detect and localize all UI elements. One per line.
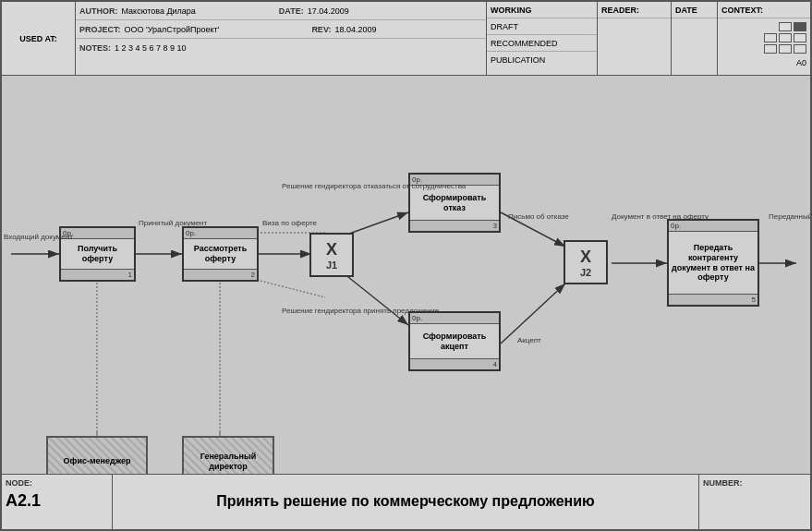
status-publication: PUBLICATION	[487, 52, 597, 68]
box-5: 0р. Передать контрагенту документ в отве…	[667, 219, 759, 307]
project-value: ООО 'УралСтройПроект'	[125, 25, 220, 34]
role-box-2: Генеральный директор	[182, 436, 274, 474]
number-label: NUMBER:	[703, 478, 806, 488]
box2-content: Рассмотреть оферту	[184, 239, 257, 269]
context-box-3	[764, 33, 777, 42]
j1-label: J1	[326, 259, 337, 271]
role-box-1: Офис-менеджер	[46, 436, 148, 474]
status-recommended: RECOMMENDED	[487, 35, 597, 52]
box2-label: 0р.	[184, 228, 257, 239]
title-text: Принять решение по коммерческому предлож…	[216, 492, 595, 512]
svg-line-7	[501, 284, 565, 344]
date-column: DATE	[672, 2, 718, 75]
header-middle: AUTHOR: Максютова Дилара DATE: 17.04.200…	[76, 2, 487, 75]
reader-column: READER:	[598, 2, 672, 75]
rev-label: REV:	[311, 25, 331, 34]
header: USED AT: AUTHOR: Максютова Дилара DATE: …	[2, 2, 810, 76]
context-lines	[764, 22, 806, 54]
junction-j1: X J1	[309, 233, 354, 277]
main-container: USED AT: AUTHOR: Максютова Дилара DATE: …	[0, 0, 812, 531]
project-row: PROJECT: ООО 'УралСтройПроект' REV: 18.0…	[76, 20, 486, 39]
acceptance-label: Акцепт	[517, 336, 541, 344]
author-value: Максютова Дилара	[122, 6, 196, 16]
context-line-3	[764, 44, 806, 54]
box5-label: 0р.	[669, 221, 757, 232]
notes-label: NOTES:	[79, 43, 111, 53]
accepted-label: Принятый документ	[139, 219, 207, 227]
context-column: CONTEXT:	[718, 2, 810, 75]
context-body: A0	[718, 18, 810, 75]
status-working: WORKING	[487, 2, 597, 18]
refusal-decision-label: Решение гендиректора отказаться от сотру…	[282, 182, 351, 191]
box1-number: 1	[61, 269, 134, 280]
box-2: 0р. Рассмотреть оферту 2	[182, 226, 259, 282]
context-box-4	[779, 33, 792, 42]
rev-value: 18.04.2009	[334, 25, 376, 34]
role2-label: Генеральный директор	[184, 452, 273, 472]
context-line-2	[764, 33, 806, 42]
context-box-6	[764, 44, 777, 54]
context-box-1	[779, 22, 792, 31]
transferred-label: Переданный документ в ответ на оферту	[769, 212, 810, 222]
refusal-letter-label: Письмо об отказе	[508, 212, 569, 221]
box5-number: 5	[669, 294, 757, 305]
incoming-label: Входящий документ	[4, 233, 73, 241]
svg-line-15	[253, 279, 325, 297]
header-right: WORKING DRAFT RECOMMENDED PUBLICATION RE…	[487, 2, 810, 75]
box1-content: Получить оферту	[61, 239, 134, 269]
author-label: AUTHOR:	[79, 6, 118, 16]
j2-x: X	[580, 247, 591, 267]
context-box-7	[779, 44, 792, 54]
notes-value: 1 2 3 4 5 6 7 8 9 10	[115, 43, 187, 53]
status-draft: DRAFT	[487, 18, 597, 35]
box3-content: Сформировать отказ	[410, 186, 499, 220]
j2-label: J2	[580, 267, 591, 278]
box3-number: 3	[410, 220, 499, 231]
date-col-header: DATE	[672, 2, 717, 18]
box-4: 0р. Сформировать акцепт 4	[408, 311, 501, 371]
box4-content: Сформировать акцепт	[410, 324, 499, 358]
document-label: Документ в ответ на оферту	[612, 212, 667, 222]
project-label: PROJECT:	[79, 25, 121, 34]
context-header: CONTEXT:	[718, 2, 810, 18]
node-value: A2.1	[6, 491, 108, 511]
footer-title: Принять решение по коммерческому предлож…	[113, 475, 699, 529]
footer-number: NUMBER:	[699, 475, 810, 529]
context-line-1	[779, 22, 806, 31]
date-label: DATE:	[279, 6, 304, 16]
context-box-2	[794, 22, 806, 31]
box4-number: 4	[410, 358, 499, 369]
a0-label: A0	[796, 58, 806, 67]
svg-line-5	[339, 270, 408, 325]
status-column: WORKING DRAFT RECOMMENDED PUBLICATION	[487, 2, 598, 75]
junction-j2: X J2	[564, 240, 608, 284]
author-row: AUTHOR: Максютова Дилара DATE: 17.04.200…	[76, 2, 486, 20]
footer-node: NODE: A2.1	[2, 475, 113, 529]
date-value: 17.04.2009	[308, 6, 349, 16]
reader-header: READER:	[598, 2, 671, 18]
context-box-8	[794, 44, 806, 54]
used-at-label: USED AT:	[2, 2, 76, 75]
box2-number: 2	[184, 269, 257, 280]
context-box-5	[794, 33, 806, 42]
box5-content: Передать контрагенту документ в ответ на…	[669, 232, 757, 294]
node-label: NODE:	[6, 478, 108, 488]
notes-row: NOTES: 1 2 3 4 5 6 7 8 9 10	[76, 39, 486, 57]
footer: NODE: A2.1 Принять решение по коммерческ…	[2, 474, 810, 529]
role1-label: Офис-менеджер	[64, 456, 131, 466]
accept-decision-label: Решение гендиректора принять предложение	[282, 307, 351, 316]
j1-x: X	[326, 240, 337, 259]
visa-label: Виза по оферте	[262, 219, 317, 227]
diagram-area: 0р. Получить оферту 1 0р. Рассмотреть оф…	[2, 76, 810, 474]
